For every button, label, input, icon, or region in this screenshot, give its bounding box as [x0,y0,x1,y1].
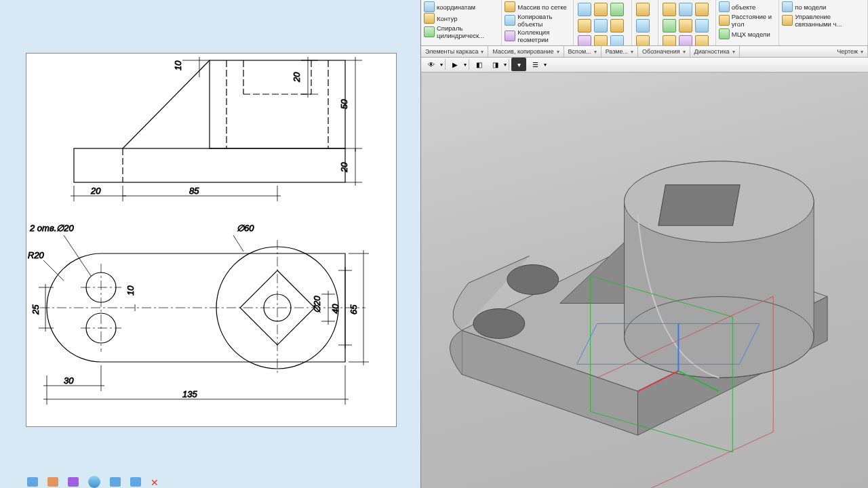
toolbar-icon[interactable] [610,35,624,46]
toolbar-icon[interactable] [636,3,650,16]
svg-text:20: 20 [339,162,349,173]
svg-text:65: 65 [349,304,359,314]
svg-text:R20: R20 [28,250,45,260]
toolbar-icon[interactable] [636,19,650,33]
svg-rect-0 [74,148,345,182]
toolbar-icon[interactable] [594,19,608,33]
ribbon-cmd-distance-angle[interactable]: Расстояние и угол [719,13,776,28]
drawing-document-pane: 10 20 50 [0,0,420,488]
toolbar-icon[interactable] [679,35,692,46]
ribbon-group-icongrid-1 [574,0,631,45]
ribbon-group-icongrid-2 [632,0,658,45]
eye-icon[interactable]: 👁 [424,58,439,71]
toolbar-icon[interactable] [663,3,676,16]
toolbar-icon[interactable] [695,19,709,33]
toolbar-icon[interactable] [679,3,692,16]
ribbon-cmd-manage-linked[interactable]: Управление связанными ч... [782,13,865,28]
svg-line-41 [233,235,243,251]
svg-text:85: 85 [189,186,199,196]
taskbar-icon[interactable] [110,477,121,487]
taskbar-icon[interactable] [68,477,79,487]
svg-text:10: 10 [173,60,183,70]
taskbar-close-icon[interactable]: ✕ [151,477,161,487]
svg-line-43 [43,260,64,281]
svg-point-72 [473,308,525,338]
ribbon-group-drawing: по модели Управление связанными ч... [779,0,868,45]
taskbar-icon[interactable] [27,477,38,487]
svg-line-2 [123,60,210,148]
toolbar-icon[interactable] [636,35,650,46]
toolbar-icon[interactable] [610,19,624,33]
ribbon-panel-labels: Элементы каркаса▾ Массив, копирование▾ В… [421,46,868,57]
ribbon-cmd-geometry-collection[interactable]: Коллекция геометрии [505,28,570,43]
ribbon-cmd-object[interactable]: объекте [719,1,776,12]
ribbon-cmd-by-model[interactable]: по модели [782,1,865,12]
menu-icon[interactable]: ☰ [528,58,542,71]
taskbar-icon[interactable] [130,477,141,487]
toolbar-icon[interactable] [578,35,591,46]
svg-text:10: 10 [125,285,136,296]
ribbon-cmd-coordinates[interactable]: координатам [424,1,498,12]
panel-label[interactable]: Разме...▾ [601,46,638,56]
ribbon-group-diagnostic: объекте Расстояние и угол МЦХ модели [716,0,779,45]
svg-text:135: 135 [182,389,197,399]
ribbon-group-frame: координатам Контур Спираль цилиндрическ.… [421,0,502,45]
ribbon-cmd-mass-props[interactable]: МЦХ модели [719,28,776,39]
ribbon-cmd-array-grid[interactable]: Массив по сетке [505,1,570,12]
toolbar-icon[interactable] [679,19,692,33]
ribbon-group-icongrid-3 [658,0,716,45]
view-toolbar: 👁▾ ▶▾ ◧ ◨▾ ▾ ☰▾ [421,58,868,73]
taskbar: ✕ [20,476,168,488]
ribbon-cmd-spiral[interactable]: Спираль цилиндрическ... [424,24,498,39]
toolbar-icon[interactable] [610,3,624,16]
panel-label[interactable]: Массив, копирование▾ [488,46,564,56]
panel-label[interactable]: Вспом...▾ [564,46,601,56]
svg-text:20: 20 [90,186,101,196]
svg-text:25: 25 [31,304,41,315]
svg-text:∅60: ∅60 [237,223,254,233]
ribbon-cmd-contour[interactable]: Контур [424,13,498,24]
svg-text:40: 40 [330,304,340,314]
svg-text:50: 50 [339,99,349,109]
toolbar-icon[interactable] [594,35,608,46]
toolbar-icon[interactable] [695,35,709,46]
panel-label[interactable]: Чертеж▾ [833,46,868,56]
svg-rect-1 [210,60,345,148]
svg-text:30: 30 [64,375,74,386]
panel-label[interactable]: Обозначения▾ [638,46,690,56]
toolbar-icon[interactable] [594,3,608,16]
toolbar-icon[interactable] [663,35,676,46]
svg-point-71 [507,264,559,294]
cube-icon[interactable]: ◧ [471,58,486,71]
drawing-sheet: 10 20 50 [26,53,397,427]
svg-text:20: 20 [292,72,302,83]
ribbon-cmd-copy-objects[interactable]: Копировать объекты [505,13,570,28]
toolbar-icon[interactable] [578,19,591,33]
toolbar-icon[interactable] [578,3,591,16]
funnel-icon[interactable]: ▾ [511,58,526,71]
svg-text:∅20: ∅20 [312,296,322,313]
triangle-icon[interactable]: ▶ [448,58,462,71]
3d-viewport[interactable] [421,73,868,488]
panel-label[interactable]: Элементы каркаса▾ [421,46,488,56]
svg-text:2 отв.∅20: 2 отв.∅20 [29,223,75,233]
ribbon-group-array: Массив по сетке Копировать объекты Колле… [502,0,574,45]
cube-shaded-icon[interactable]: ◨ [488,58,502,71]
toolbar-icon[interactable] [663,19,676,33]
cad-app-pane: координатам Контур Спираль цилиндрическ.… [420,0,868,488]
taskbar-icon[interactable] [88,476,100,488]
panel-label[interactable]: Диагностика▾ [690,46,740,56]
ribbon: координатам Контур Спираль цилиндрическ.… [421,0,868,46]
taskbar-icon[interactable] [47,477,58,487]
toolbar-icon[interactable] [695,3,709,16]
